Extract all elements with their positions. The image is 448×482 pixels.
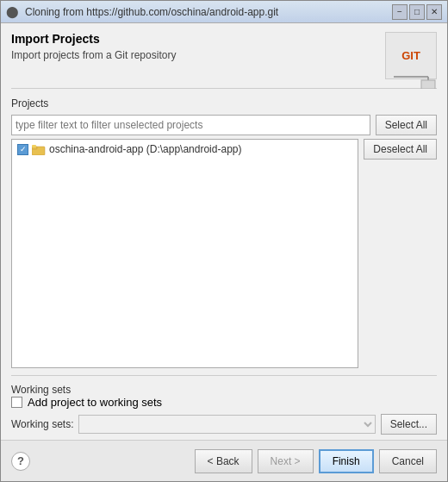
- folder-icon: [32, 144, 46, 155]
- window: ⬤ Cloning from https://github.com/oschin…: [0, 0, 448, 482]
- svg-rect-5: [32, 145, 36, 147]
- working-sets-label: Working sets: [11, 384, 71, 396]
- project-checkbox[interactable]: [17, 144, 28, 155]
- cancel-button[interactable]: Cancel: [379, 449, 437, 473]
- page-subtitle: Import projects from a Git repository: [11, 49, 176, 61]
- window-icon: ⬤: [6, 5, 20, 19]
- deselect-all-button[interactable]: Deselect All: [364, 139, 437, 160]
- select-all-button[interactable]: Select All: [376, 115, 437, 135]
- main-content: Import Projects Import projects from a G…: [1, 23, 447, 440]
- projects-section: Projects Select All: [11, 97, 437, 375]
- minimize-button[interactable]: −: [392, 4, 408, 20]
- header-section: Import Projects Import projects from a G…: [11, 32, 437, 89]
- help-button[interactable]: ?: [11, 452, 30, 471]
- side-buttons: Deselect All: [364, 139, 437, 375]
- list-item[interactable]: oschina-android-app (D:\app\android-app): [12, 140, 358, 159]
- projects-list: oschina-android-app (D:\app\android-app): [11, 139, 358, 368]
- maximize-button[interactable]: □: [409, 4, 425, 20]
- svg-rect-2: [421, 80, 435, 89]
- select-working-set-button[interactable]: Select...: [381, 414, 437, 435]
- title-bar: ⬤ Cloning from https://github.com/oschin…: [1, 1, 447, 23]
- add-to-working-sets-row: Add project to working sets: [11, 396, 437, 409]
- add-to-working-sets-label: Add project to working sets: [28, 396, 162, 409]
- back-button[interactable]: < Back: [195, 449, 252, 473]
- page-title: Import Projects: [11, 32, 176, 46]
- working-sets-section: Working sets Add project to working sets…: [11, 375, 437, 435]
- title-bar-controls: − □ ✕: [392, 4, 442, 20]
- ws-label: Working sets:: [11, 418, 73, 430]
- filter-input[interactable]: [11, 115, 370, 135]
- projects-label: Projects: [11, 97, 437, 110]
- working-sets-checkbox[interactable]: [11, 397, 22, 408]
- footer: ? < Back Next > Finish Cancel: [1, 440, 447, 481]
- header-text: Import Projects Import projects from a G…: [11, 32, 176, 61]
- git-logo: GIT: [385, 32, 437, 79]
- project-name: oschina-android-app (D:\app\android-app): [49, 143, 241, 155]
- working-sets-select[interactable]: [78, 415, 375, 434]
- working-sets-row: Working sets: Select...: [11, 414, 437, 435]
- close-button[interactable]: ✕: [426, 4, 442, 20]
- finish-button[interactable]: Finish: [319, 449, 374, 473]
- git-connector-icon: [385, 75, 437, 89]
- window-title: Cloning from https://github.com/oschina/…: [25, 6, 392, 18]
- list-area: oschina-android-app (D:\app\android-app)…: [11, 139, 437, 375]
- next-button[interactable]: Next >: [258, 449, 314, 473]
- filter-row: Select All: [11, 115, 437, 135]
